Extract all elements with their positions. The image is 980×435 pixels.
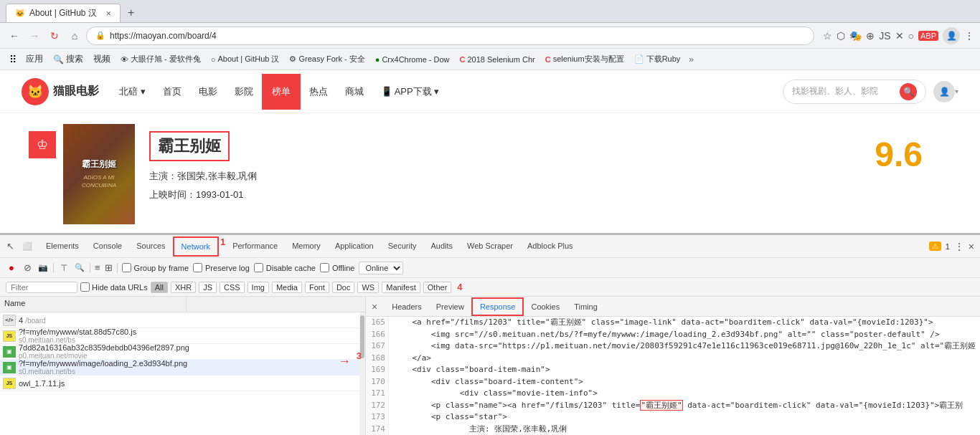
response-tab-cookies[interactable]: Cookies (524, 299, 567, 315)
filter-doc[interactable]: Doc (332, 282, 355, 293)
network-list-scrollbar[interactable] (359, 312, 365, 435)
tab-network[interactable]: Network (173, 236, 219, 257)
name-column-header[interactable]: Name (0, 297, 187, 312)
bookmark-ruby[interactable]: 📄 下载Ruby (630, 52, 685, 66)
chrome-icon4[interactable]: JS (879, 30, 890, 42)
record-button[interactable]: ● (6, 262, 17, 274)
nav-beibei[interactable]: 北碚 ▾ (110, 80, 154, 104)
tab-application[interactable]: Application (328, 237, 381, 256)
chrome-icon1[interactable]: ⬡ (837, 30, 845, 42)
devtools-close-icon[interactable]: × (969, 241, 974, 252)
home-button[interactable]: ⌂ (66, 27, 83, 44)
apps-icon[interactable]: ⠿ (6, 52, 20, 67)
nav-shop[interactable]: 商城 (336, 80, 372, 104)
bookmark-selenium2018[interactable]: C 2018 Selenium Chr (456, 54, 540, 65)
chrome-icon6[interactable]: ○ (908, 30, 914, 42)
disable-cache-label[interactable]: Disable cache (254, 263, 316, 272)
nav-ranking[interactable]: 榜单 (262, 74, 301, 110)
filter-img[interactable]: Img (248, 282, 269, 293)
throttle-select[interactable]: Online (359, 262, 403, 274)
bookmark-star-icon[interactable]: ☆ (823, 30, 832, 42)
network-item-loading[interactable]: ▣ ?f=myfe/mywww/image/loading_2.e3d934bf… (0, 360, 365, 376)
filter-media[interactable]: Media (272, 282, 302, 293)
filter-css[interactable]: CSS (220, 282, 245, 293)
network-item-owl[interactable]: JS owl_1.7.11.js (0, 376, 365, 391)
view-list-label[interactable]: ≡ (95, 262, 100, 273)
back-button[interactable]: ← (6, 27, 23, 44)
nav-home[interactable]: 首页 (154, 80, 190, 104)
filter-other[interactable]: Other (423, 282, 452, 293)
search-button[interactable]: 🔍 (900, 83, 917, 100)
devtools-window-icon[interactable]: ⬜ (20, 239, 34, 254)
tab-performance[interactable]: Performance (225, 237, 285, 256)
chrome-icon3[interactable]: ⊕ (866, 30, 875, 42)
search-toggle[interactable]: 🔍 (74, 262, 85, 274)
user-avatar[interactable]: 👤 (933, 81, 955, 102)
chrome-icon5[interactable]: ✕ (895, 30, 904, 42)
bookmark-selenium-install[interactable]: C selenium安装与配置 (541, 52, 628, 66)
tab-web-scraper[interactable]: Web Scraper (460, 237, 520, 256)
maoyan-logo[interactable]: 🐱 猫眼电影 (22, 78, 99, 105)
filter-input[interactable] (6, 282, 77, 293)
profile-icon[interactable]: 👤 (943, 27, 960, 44)
tab-elements[interactable]: Elements (39, 237, 86, 256)
bookmark-dayanzai[interactable]: 👁 大眼仔旭 - 爱软件兔 (116, 52, 205, 66)
hide-data-urls-checkbox[interactable] (80, 282, 90, 292)
devtools-more-icon[interactable]: ⋮ (954, 241, 964, 252)
nav-movie[interactable]: 电影 (190, 80, 226, 104)
filter-font[interactable]: Font (305, 282, 329, 293)
user-dropdown-icon[interactable]: ▾ (955, 87, 958, 95)
filter-all[interactable]: All (151, 282, 168, 293)
bookmark-github[interactable]: ○ About | GitHub 汉 (207, 52, 284, 66)
filter-js[interactable]: JS (199, 282, 217, 293)
tab-close-icon[interactable]: × (105, 8, 111, 19)
forward-button[interactable]: → (26, 27, 43, 44)
nav-app[interactable]: 📱APP下载 ▾ (372, 80, 448, 104)
response-tab-timing[interactable]: Timing (567, 299, 605, 315)
response-tab-preview[interactable]: Preview (429, 299, 471, 315)
bookmarks-more-icon[interactable]: » (689, 54, 694, 64)
nav-cinema[interactable]: 影院 (226, 80, 262, 104)
view-group-label[interactable]: ⊞ (105, 262, 113, 273)
browser-tab-active[interactable]: 🐱 About | GitHub 汉 × (6, 4, 121, 22)
network-item-stat[interactable]: JS ?f=myfe/mywww/stat.88d57c80.js s0.mei… (0, 328, 365, 344)
preserve-log-checkbox[interactable] (193, 263, 202, 272)
tab-audits[interactable]: Audits (423, 237, 460, 256)
bookmark-apps[interactable]: 应用 (22, 52, 47, 67)
abp-icon[interactable]: ABP (918, 31, 938, 41)
devtools-cursor-icon[interactable]: ↖ (3, 239, 17, 254)
chrome-icon2[interactable]: 🎭 (849, 30, 862, 42)
nav-hot[interactable]: 热点 (301, 80, 336, 104)
tab-sources[interactable]: Sources (129, 237, 172, 256)
tab-security[interactable]: Security (381, 237, 424, 256)
address-bar[interactable]: 🔒 https://maoyan.com/board/4 (86, 27, 814, 45)
new-tab-button[interactable]: + (122, 4, 140, 22)
preserve-log-label[interactable]: Preserve log (193, 263, 250, 272)
filter-xhr[interactable]: XHR (171, 282, 196, 293)
network-item-png1[interactable]: ▣ 7dd82a16316ab32c8359debdb04396ef2897.p… (0, 344, 365, 360)
filter-manifest[interactable]: Manifest (382, 282, 420, 293)
bookmark-greasy[interactable]: ⚙ Greasy Fork - 安全 (285, 52, 369, 66)
refresh-button[interactable]: ↻ (46, 27, 63, 44)
menu-icon[interactable]: ⋮ (964, 30, 974, 42)
group-by-frame-label[interactable]: Group by frame (122, 263, 189, 272)
group-by-frame-checkbox[interactable] (122, 263, 131, 272)
tab-console[interactable]: Console (86, 237, 129, 256)
offline-label[interactable]: Offline (320, 263, 355, 272)
search-bar[interactable]: 找影视剧、影人、影院 🔍 (783, 80, 926, 104)
hide-data-urls-label[interactable]: Hide data URLs (80, 282, 148, 292)
tab-adblock[interactable]: Adblock Plus (520, 237, 580, 256)
offline-checkbox[interactable] (320, 263, 329, 272)
response-tab-headers[interactable]: Headers (385, 299, 429, 315)
response-tab-response[interactable]: Response (471, 297, 524, 316)
stop-button[interactable]: ⊘ (22, 262, 33, 274)
bookmark-video[interactable]: 视频 (89, 52, 115, 67)
bookmark-search[interactable]: 🔍 搜索 (49, 52, 88, 67)
tab-memory[interactable]: Memory (285, 237, 328, 256)
filter-ws[interactable]: WS (357, 282, 379, 293)
filter-toggle[interactable]: ⊤ (58, 262, 70, 274)
network-item-board[interactable]: </> 4 /board (0, 312, 365, 328)
camera-button[interactable]: 📷 (37, 262, 49, 274)
response-close-btn[interactable]: × (369, 301, 380, 312)
disable-cache-checkbox[interactable] (254, 263, 263, 272)
